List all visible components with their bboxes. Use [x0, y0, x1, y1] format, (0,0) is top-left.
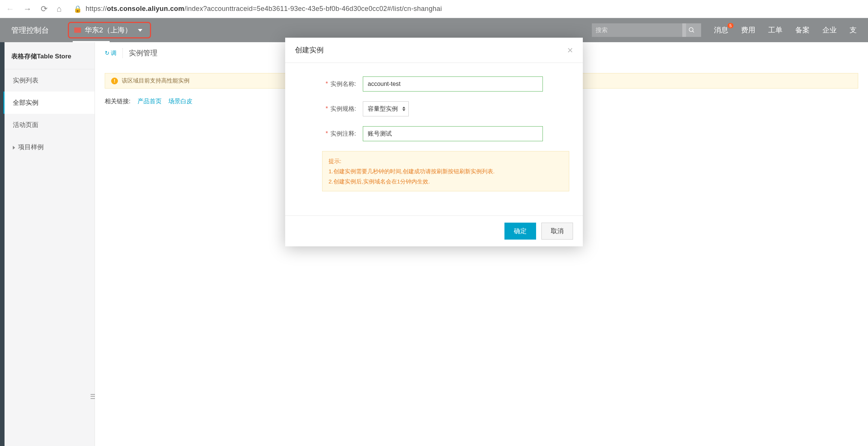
label-instance-spec: *实例规格: — [299, 105, 363, 113]
close-icon[interactable]: × — [567, 45, 573, 55]
ok-button[interactable]: 确定 — [504, 223, 536, 240]
modal-backdrop: 创建实例 × *实例名称: *实例规格: 容量型实例 *实例注释: 提示: — [0, 18, 868, 446]
tip-box: 提示: 1.创建实例需要几秒钟的时间,创建成功请按刷新按钮刷新实例列表. 2.创… — [322, 151, 569, 191]
cancel-button[interactable]: 取消 — [541, 223, 573, 240]
tip-line-1: 1.创建实例需要几秒钟的时间,创建成功请按刷新按钮刷新实例列表. — [329, 166, 563, 176]
label-instance-note: *实例注释: — [299, 130, 363, 138]
modal-title: 创建实例 — [295, 45, 324, 55]
select-value: 容量型实例 — [368, 105, 398, 113]
back-icon: ← — [6, 4, 14, 14]
tip-line-2: 2.创建实例后,实例域名会在1分钟内生效. — [329, 176, 563, 186]
form-row-spec: *实例规格: 容量型实例 — [299, 101, 569, 116]
form-row-note: *实例注释: — [299, 126, 569, 141]
home-icon[interactable]: ⌂ — [57, 4, 61, 14]
url-path: /index?accounttraceid=5e4b3611-93ec-43e5… — [184, 5, 442, 12]
url-domain: ots.console.aliyun.com — [107, 5, 185, 12]
url-text: https://ots.console.aliyun.com/index?acc… — [86, 5, 442, 13]
select-arrows-icon — [402, 107, 405, 111]
address-bar[interactable]: 🔒 https://ots.console.aliyun.com/index?a… — [70, 5, 862, 13]
select-instance-spec[interactable]: 容量型实例 — [363, 101, 409, 116]
browser-toolbar: ← → ⟳ ⌂ 🔒 https://ots.console.aliyun.com… — [0, 0, 868, 18]
lock-icon: 🔒 — [73, 5, 82, 13]
label-instance-name: *实例名称: — [299, 80, 363, 88]
form-row-name: *实例名称: — [299, 76, 569, 92]
create-instance-modal: 创建实例 × *实例名称: *实例规格: 容量型实例 *实例注释: 提示: — [285, 38, 583, 246]
tip-title: 提示: — [329, 156, 563, 166]
forward-icon[interactable]: → — [23, 4, 32, 14]
modal-footer: 确定 取消 — [285, 215, 583, 246]
modal-body: *实例名称: *实例规格: 容量型实例 *实例注释: 提示: 1.创建实例需要几… — [285, 63, 583, 200]
reload-icon[interactable]: ⟳ — [41, 4, 47, 14]
input-instance-name[interactable] — [363, 76, 543, 92]
input-instance-note[interactable] — [363, 126, 543, 141]
url-prefix: https:// — [86, 5, 107, 12]
modal-header: 创建实例 × — [285, 38, 583, 63]
